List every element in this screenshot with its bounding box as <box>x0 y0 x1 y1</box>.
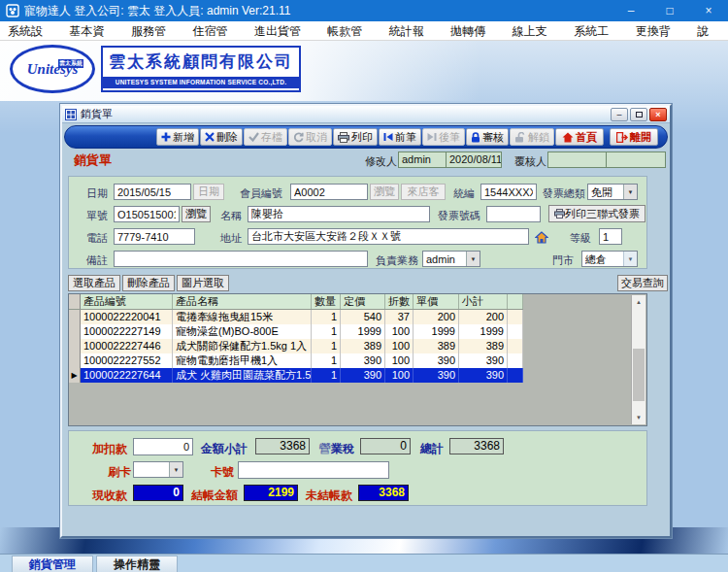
date-label: 日期 <box>86 186 108 201</box>
note-field[interactable] <box>114 251 368 267</box>
tab-operation-wizard[interactable]: 操作精靈 <box>96 555 178 572</box>
menu-online-support[interactable]: 線上支援 <box>505 21 566 41</box>
x-icon <box>205 132 215 142</box>
address-label: 地址 <box>220 231 242 246</box>
order-label: 單號 <box>86 209 108 223</box>
save-button[interactable]: 存檔 <box>244 128 287 146</box>
print-invoice-button[interactable]: 列印三聯式發票 <box>548 205 645 222</box>
grid-marker-header <box>69 294 81 309</box>
menu-inout-mgmt[interactable]: 進出貨管理 <box>247 21 319 41</box>
doc-restore-button[interactable] <box>630 108 647 121</box>
menu-system-settings[interactable]: 系統設定 <box>0 21 61 41</box>
tab-sales-management[interactable]: 銷貨管理 <box>12 555 93 572</box>
grid-header-row: 產品編號 產品名稱 數量 定價 折數 單價 小計 <box>69 294 523 310</box>
sales-rep-select[interactable]: admin ▼ <box>422 251 480 267</box>
grade-field[interactable] <box>599 228 622 245</box>
menu-system-tools[interactable]: 系統工具 <box>566 21 627 41</box>
address-field[interactable] <box>248 228 529 245</box>
transaction-query-button[interactable]: 交易查詢 <box>617 275 668 291</box>
cancel-button[interactable]: 取消 <box>288 128 332 146</box>
scroll-up-icon[interactable]: ▲ <box>632 295 645 309</box>
remove-product-button[interactable]: 刪除產品 <box>122 275 175 291</box>
invoice-no-field[interactable] <box>486 206 541 222</box>
col-header-name: 產品名稱 <box>173 294 312 309</box>
minimize-button[interactable]: – <box>612 0 650 21</box>
menubar: 系統設定 基本資料 服務管理 住宿管理 進出貨管理 帳款管理 統計報表 拋轉傳票… <box>0 21 728 41</box>
menu-basic-data[interactable]: 基本資料 <box>61 21 122 41</box>
taxid-field[interactable] <box>480 184 537 200</box>
menu-account-mgmt[interactable]: 帳款管理 <box>319 21 381 41</box>
store-label: 門市 <box>552 253 574 268</box>
delete-button[interactable]: 刪除 <box>200 128 243 146</box>
doc-title: 銷貨單 <box>81 107 113 121</box>
prev-record-button[interactable]: 前筆 <box>379 128 421 146</box>
name-field[interactable] <box>248 206 430 222</box>
table-row-selected[interactable]: ▶ 1000022227644 成犬 火雞肉田園蔬菜配方1.5k 1 390 1… <box>69 368 523 383</box>
grid-scrollbar[interactable]: ▲ ▼ <box>631 295 645 424</box>
next-icon <box>427 132 437 142</box>
menu-lodging-mgmt[interactable]: 住宿管理 <box>184 21 246 41</box>
walkin-button[interactable]: 來店客 <box>401 184 446 200</box>
member-browse-button[interactable]: 瀏覽 <box>370 184 399 200</box>
scroll-down-icon[interactable]: ▼ <box>632 411 645 424</box>
table-row[interactable]: 1000022220041 電捲牽線拖曳組15米 1 540 37 200 20… <box>69 310 523 324</box>
unlock-icon <box>514 132 526 143</box>
home-button[interactable]: 首頁 <box>555 128 604 146</box>
form-title: 銷貨單 <box>74 151 112 169</box>
doc-window-icon <box>65 109 77 120</box>
doc-close-button[interactable]: × <box>649 108 667 121</box>
table-row[interactable]: 1000022227552 寵物電動磨指甲機1入 1 390 100 390 3… <box>69 353 523 368</box>
adjustment-field[interactable] <box>133 438 193 455</box>
scrollbar-thumb[interactable] <box>633 349 645 401</box>
close-button[interactable]: × <box>689 0 728 21</box>
audit-button[interactable]: 審核 <box>466 128 509 146</box>
bottom-taskbar: 銷貨管理 操作精靈 <box>0 554 728 572</box>
image-select-button[interactable]: 圖片選取 <box>177 275 229 291</box>
store-select[interactable]: 總倉 ▼ <box>581 251 638 267</box>
phone-field[interactable] <box>114 228 195 245</box>
invoice-no-label: 發票號碼 <box>438 209 480 223</box>
note-label: 備註 <box>86 253 108 268</box>
company-logo: Unitesys 雲太系統 <box>10 45 95 93</box>
exit-button[interactable]: 離開 <box>610 128 658 146</box>
card-no-field[interactable] <box>238 461 389 479</box>
invoice-type-label: 發票總類 <box>543 186 585 201</box>
settled-value: 2199 <box>244 485 298 501</box>
app-window: 寵物達人 登入公司: 雲太 登入人員: admin Ver:21.11 – □ … <box>0 0 728 572</box>
card-type-select[interactable]: ▼ <box>133 461 183 478</box>
order-browse-button[interactable]: 瀏覽 <box>182 206 211 222</box>
menu-reports[interactable]: 統計報表 <box>381 21 443 41</box>
undo-icon <box>293 132 304 143</box>
logo-badge: 雲太系統 <box>58 59 83 68</box>
invoice-type-select[interactable]: 免開 ▼ <box>587 184 638 200</box>
phone-label: 電話 <box>86 231 108 246</box>
doc-minimize-button[interactable]: – <box>611 108 628 121</box>
os-titlebar: 寵物達人 登入公司: 雲太 登入人員: admin Ver:21.11 – □ … <box>0 0 728 21</box>
modified-date: 2020/08/11 <box>446 151 502 168</box>
menu-help[interactable]: 說明 <box>689 21 728 41</box>
menu-change-background[interactable]: 更換背景 <box>628 21 689 41</box>
menu-service-mgmt[interactable]: 服務管理 <box>123 21 184 41</box>
add-button[interactable]: 新增 <box>156 128 199 146</box>
table-row[interactable]: 1000022227149 寵物澡盆(M)BO-800E 1 1999 100 … <box>69 324 523 339</box>
menu-voucher[interactable]: 拋轉傳票 <box>443 21 504 41</box>
maximize-button[interactable]: □ <box>650 0 689 21</box>
previous-icon <box>383 132 393 142</box>
select-product-button[interactable]: 選取產品 <box>68 275 120 291</box>
cash-received-value: 0 <box>133 485 183 501</box>
doc-titlebar: 銷貨單 – × <box>62 106 670 123</box>
col-header-qty: 數量 <box>312 294 341 309</box>
print-button[interactable]: 列印 <box>333 128 378 146</box>
date-field[interactable] <box>114 184 191 200</box>
doc-toolbar: 新增 刪除 存檔 取消 列印 前筆 後筆 審核 解鎖 首頁 離開 <box>64 125 668 149</box>
exit-icon <box>616 132 628 143</box>
grade-label: 等級 <box>570 231 591 246</box>
next-record-button[interactable]: 後筆 <box>422 128 465 146</box>
member-field[interactable] <box>290 184 368 200</box>
date-picker-button[interactable]: 日期 <box>193 184 224 200</box>
unlock-button[interactable]: 解鎖 <box>510 128 554 146</box>
table-row[interactable]: 1000022227446 成犬關節保健配方1.5kg 1入 1 389 100… <box>69 339 523 353</box>
customer-panel: 日期 日期 會員編號 瀏覽 來店客 統編 發票總類 免開 ▼ 單號 瀏覽 名稱 <box>68 176 647 269</box>
house-icon[interactable] <box>532 228 551 246</box>
order-field[interactable] <box>114 206 180 222</box>
